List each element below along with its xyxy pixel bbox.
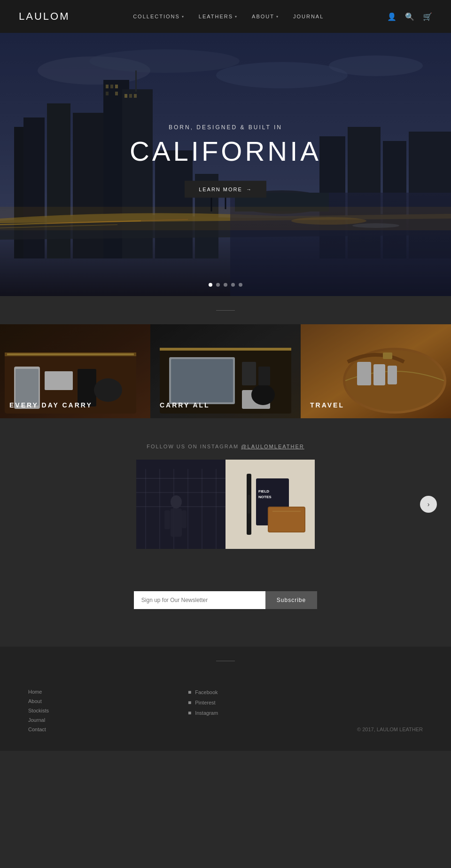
chevron-down-icon: ▾	[276, 15, 279, 19]
subscribe-button[interactable]: Subscribe	[265, 591, 317, 609]
divider-line	[216, 310, 235, 311]
instagram-follow-text: FOLLOW US ON INSTAGRAM @LAULOMLEATHER	[19, 442, 432, 450]
hero-dot-5[interactable]	[239, 283, 242, 287]
hero-content: BORN, DESIGNED & BUILT IN CALIFORNIA LEA…	[130, 124, 321, 198]
collection-travel[interactable]: TRAVEL	[301, 324, 451, 418]
pinterest-icon: ■	[188, 699, 191, 706]
footer-link-about[interactable]: About	[28, 698, 49, 704]
collection-edc[interactable]: EVERY DAY CARRY	[0, 324, 150, 418]
hero-section: BORN, DESIGNED & BUILT IN CALIFORNIA LEA…	[0, 33, 451, 296]
chevron-down-icon: ▾	[235, 15, 238, 19]
chevron-down-icon: ▾	[182, 15, 185, 19]
svg-point-74	[171, 495, 182, 508]
collection-carry-all-label: CARRY ALL	[160, 401, 210, 409]
instagram-photo-2[interactable]: FIELD NOTES	[226, 460, 315, 549]
hero-dots	[209, 283, 242, 287]
instagram-photo-2-svg: FIELD NOTES	[226, 460, 315, 549]
footer: Home About Stockists Journal Contact ■ F…	[0, 675, 451, 751]
instagram-handle-link[interactable]: @LAULOMLEATHER	[241, 444, 304, 449]
footer-social: ■ Facebook ■ Pinterest ■ Instagram	[188, 689, 218, 716]
instagram-section: FOLLOW US ON INSTAGRAM @LAULOMLEATHER	[0, 418, 451, 563]
svg-rect-77	[182, 510, 187, 528]
instagram-photos: FIELD NOTES ›	[19, 460, 432, 549]
hero-dot-4[interactable]	[231, 283, 235, 287]
collection-edc-label: EVERY DAY CARRY	[9, 401, 93, 409]
header: LAULOM COLLECTIONS ▾ LEATHERS ▾ ABOUT ▾ …	[0, 0, 451, 33]
footer-divider-line	[216, 661, 235, 661]
collection-carry-all[interactable]: CARRY ALL	[150, 324, 301, 418]
collection-travel-label: TRAVEL	[310, 401, 344, 409]
footer-link-stockists[interactable]: Stockists	[28, 708, 49, 713]
svg-rect-80	[248, 495, 250, 514]
hero-title: CALIFORNIA	[130, 135, 321, 167]
nav-about[interactable]: ABOUT ▾	[252, 14, 279, 19]
learn-more-button[interactable]: LEARN MORE →	[185, 181, 266, 198]
search-icon[interactable]: 🔍	[405, 12, 414, 21]
nav: COLLECTIONS ▾ LEATHERS ▾ ABOUT ▾ JOURNAL	[133, 14, 324, 19]
footer-pinterest[interactable]: ■ Pinterest	[188, 699, 218, 706]
user-icon[interactable]: 👤	[387, 12, 397, 21]
svg-rect-75	[171, 508, 182, 537]
logo[interactable]: LAULOM	[19, 10, 70, 23]
hero-divider	[0, 296, 451, 324]
footer-copyright: © 2017, LAULOM LEATHER	[357, 727, 423, 732]
cart-icon[interactable]: 🛒	[423, 12, 432, 21]
facebook-icon: ■	[188, 689, 191, 696]
instagram-photo-1-svg	[136, 460, 226, 549]
hero-dot-2[interactable]	[216, 283, 220, 287]
hero-subtitle: BORN, DESIGNED & BUILT IN	[130, 124, 321, 131]
svg-rect-76	[164, 510, 170, 529]
footer-facebook[interactable]: ■ Facebook	[188, 689, 218, 696]
hero-dot-1[interactable]	[209, 283, 212, 287]
footer-link-contact[interactable]: Contact	[28, 727, 49, 732]
header-icons: 👤 🔍 🛒	[387, 12, 432, 21]
newsletter-section: Subscribe	[0, 563, 451, 647]
footer-links: Home About Stockists Journal Contact	[28, 689, 49, 732]
footer-link-journal[interactable]: Journal	[28, 717, 49, 723]
newsletter-input[interactable]	[134, 591, 265, 609]
instagram-icon: ■	[188, 710, 191, 716]
hero-dot-3[interactable]	[224, 283, 227, 287]
nav-collections[interactable]: COLLECTIONS ▾	[133, 14, 185, 19]
nav-leathers[interactable]: LEATHERS ▾	[199, 14, 238, 19]
collections-grid: EVERY DAY CARRY	[0, 324, 451, 418]
newsletter-form: Subscribe	[134, 591, 317, 609]
instagram-photo-1[interactable]	[136, 460, 226, 549]
footer-divider	[0, 647, 451, 675]
instagram-next-button[interactable]: ›	[420, 496, 437, 513]
svg-text:NOTES: NOTES	[258, 495, 272, 499]
footer-instagram[interactable]: ■ Instagram	[188, 710, 218, 716]
footer-link-home[interactable]: Home	[28, 689, 49, 695]
svg-text:FIELD: FIELD	[258, 489, 269, 493]
nav-journal[interactable]: JOURNAL	[293, 14, 324, 19]
